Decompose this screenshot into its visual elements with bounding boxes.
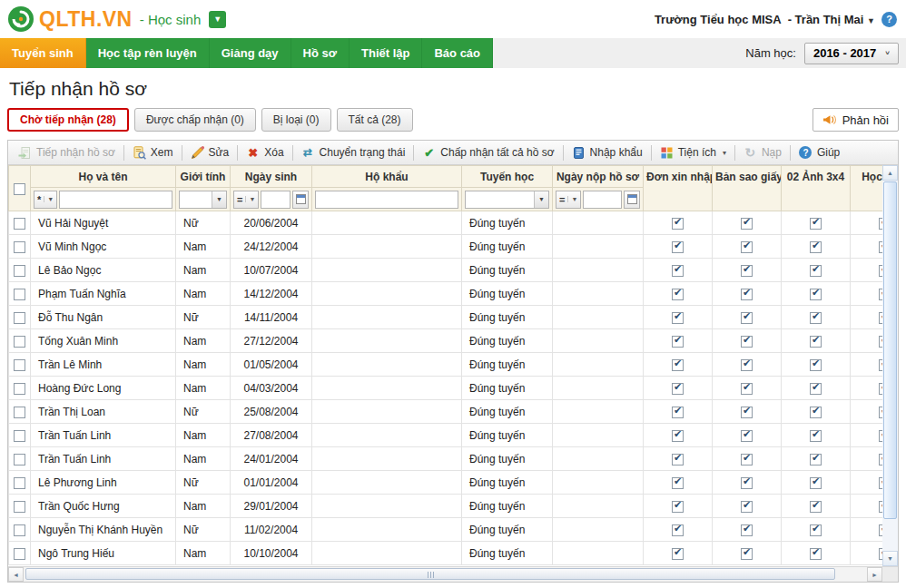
doc1-checkbox[interactable] [672,359,684,371]
horizontal-scroll-track[interactable] [24,567,867,582]
scroll-up-button[interactable]: ▲ [882,165,898,181]
table-row[interactable]: Nguyễn Thị Khánh Huyền Nữ 11/02/2004 Đún… [9,518,883,542]
import-button[interactable]: Nhập khẩu [566,142,648,163]
doc2-checkbox[interactable] [741,218,753,230]
doc4-checkbox[interactable] [879,524,882,536]
nav-tab-tuyen-sinh[interactable]: Tuyển sinh [0,38,86,68]
doc4-checkbox[interactable] [879,477,882,489]
table-row[interactable]: Vũ Minh Ngọc Nam 24/12/2004 Đúng tuyến [9,235,883,259]
submit-date-filter-input[interactable] [583,191,622,209]
table-row[interactable]: Trần Quốc Hưng Nam 29/01/2004 Đúng tuyến [9,495,883,518]
doc2-checkbox[interactable] [741,477,753,489]
doc3-checkbox[interactable] [810,312,822,324]
header-help-icon[interactable]: ? [881,12,897,27]
nav-tab-bao-cao[interactable]: Báo cáo [422,38,493,68]
col-header-tuyen-hoc[interactable]: Tuyến học [462,166,553,188]
doc4-checkbox[interactable] [879,454,882,466]
nav-tab-ho-so[interactable]: Hồ sơ [291,38,350,68]
doc4-checkbox[interactable] [879,383,882,395]
utilities-button[interactable]: Tiện ích ▾ [655,142,732,163]
reload-button[interactable]: ↻ Nạp [738,142,787,163]
col-header-anh-3x4[interactable]: 02 Ảnh 3x4 [782,166,851,211]
doc4-checkbox[interactable] [879,312,882,324]
doc4-checkbox[interactable] [879,218,882,230]
col-header-don-xin-nhap[interactable]: Đơn xin nhập [644,166,713,211]
nav-tab-thiet-lap[interactable]: Thiết lập [350,38,422,68]
doc2-checkbox[interactable] [741,312,753,324]
status-tab-bi-loai[interactable]: Bị loại (0) [261,108,331,132]
table-row[interactable]: Hoàng Đức Long Nam 04/03/2004 Đúng tuyến [9,377,883,400]
doc2-checkbox[interactable] [741,383,753,395]
name-filter-input[interactable] [59,191,172,209]
doc3-checkbox[interactable] [810,477,822,489]
doc1-checkbox[interactable] [672,241,684,253]
row-select-checkbox[interactable] [14,407,25,418]
doc2-checkbox[interactable] [741,524,753,536]
doc2-checkbox[interactable] [741,501,753,513]
status-tab-cho-tiep-nhan[interactable]: Chờ tiếp nhận (28) [7,108,129,132]
col-header-gioi-tinh[interactable]: Giới tính [176,166,231,188]
row-select-checkbox[interactable] [14,454,25,466]
doc3-checkbox[interactable] [810,241,822,253]
accept-all-button[interactable]: ✔ Chấp nhận tất cả hồ sơ [417,142,559,163]
col-header-ban-sao-giay-ks[interactable]: Bản sao giấy k [713,166,782,211]
status-tab-duoc-chap-nhan[interactable]: Được chấp nhận (0) [134,108,256,132]
doc3-checkbox[interactable] [810,336,822,348]
row-select-checkbox[interactable] [14,524,25,536]
delete-button[interactable]: ✖ Xóa [241,142,289,163]
row-select-checkbox[interactable] [14,265,25,277]
doc3-checkbox[interactable] [810,548,822,560]
scroll-right-button[interactable]: ► [867,567,882,582]
horizontal-scroll-thumb[interactable] [25,568,835,580]
table-row[interactable]: Phạm Tuấn Nghĩa Nam 14/12/2004 Đúng tuyế… [9,282,883,306]
doc3-checkbox[interactable] [810,524,822,536]
table-row[interactable]: Ngô Trung Hiếu Nam 10/10/2004 Đúng tuyến [9,542,883,565]
school-year-select[interactable]: 2016 - 2017 ˅ [804,43,899,64]
doc1-checkbox[interactable] [672,430,684,442]
row-select-checkbox[interactable] [14,501,25,513]
row-select-checkbox[interactable] [14,430,25,442]
doc1-checkbox[interactable] [672,454,684,466]
doc2-checkbox[interactable] [741,407,753,418]
table-row[interactable]: Lê Phương Linh Nữ 01/01/2004 Đúng tuyến [9,471,883,495]
row-select-checkbox[interactable] [14,336,25,348]
row-select-checkbox[interactable] [14,241,25,253]
residence-filter-input[interactable] [315,191,458,209]
doc4-checkbox[interactable] [879,289,882,300]
dob-filter-input[interactable] [261,191,291,209]
doc2-checkbox[interactable] [741,430,753,442]
doc2-checkbox[interactable] [741,548,753,560]
doc1-checkbox[interactable] [672,336,684,348]
table-row[interactable]: Vũ Hải Nguyệt Nữ 20/06/2004 Đúng tuyến [9,211,883,235]
col-header-ngay-sinh[interactable]: Ngày sinh [231,166,312,188]
doc1-checkbox[interactable] [672,312,684,324]
table-row[interactable]: Trần Tuấn Linh Nam 27/08/2004 Đúng tuyến [9,424,883,447]
route-filter-select[interactable]: ▼ [465,191,549,209]
row-select-checkbox[interactable] [14,548,25,560]
doc1-checkbox[interactable] [672,548,684,560]
dob-calendar-button[interactable] [292,191,309,209]
row-select-checkbox[interactable] [14,383,25,395]
doc3-checkbox[interactable] [810,218,822,230]
scroll-left-button[interactable]: ◄ [8,567,24,582]
view-button[interactable]: Xem [127,142,179,163]
row-select-checkbox[interactable] [14,477,25,489]
doc1-checkbox[interactable] [672,265,684,277]
doc4-checkbox[interactable] [879,336,882,348]
doc1-checkbox[interactable] [672,501,684,513]
dob-filter-operator[interactable]: =▼ [233,191,259,209]
doc2-checkbox[interactable] [741,454,753,466]
horizontal-scrollbar[interactable]: ◄ ► [8,566,898,582]
submit-date-filter-operator[interactable]: =▼ [556,191,581,209]
doc1-checkbox[interactable] [672,289,684,300]
row-select-checkbox[interactable] [14,359,25,371]
row-select-checkbox[interactable] [14,289,25,300]
help-button[interactable]: ? Giúp [793,142,845,163]
doc3-checkbox[interactable] [810,359,822,371]
col-header-hoc-ba[interactable]: Học bạ ti [851,166,883,211]
doc1-checkbox[interactable] [672,218,684,230]
nav-tab-hoc-tap-ren-luyen[interactable]: Học tập rèn luyện [86,38,210,68]
select-all-checkbox[interactable] [14,183,25,195]
row-select-checkbox[interactable] [14,312,25,324]
doc1-checkbox[interactable] [672,383,684,395]
